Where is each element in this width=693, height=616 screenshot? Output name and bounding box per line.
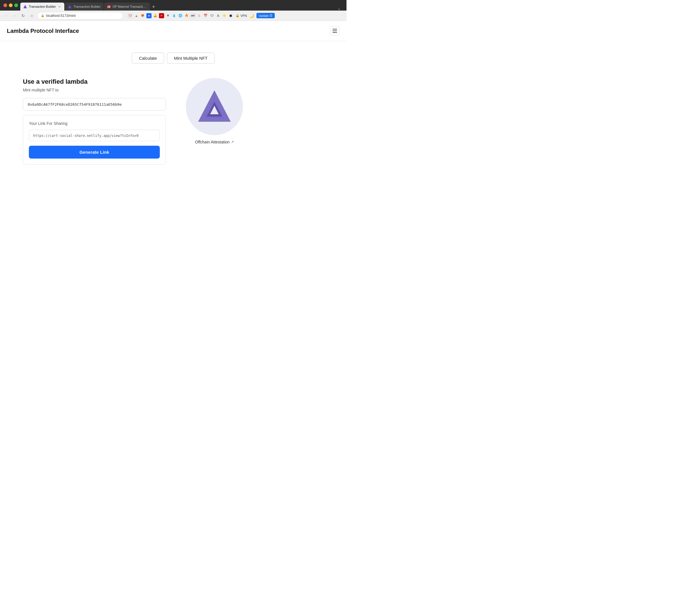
menu-button[interactable] bbox=[330, 26, 340, 36]
ext-bell[interactable]: 🔔 bbox=[153, 13, 158, 18]
generate-link-button[interactable]: Generate Link bbox=[29, 146, 160, 159]
tab-close-1[interactable]: ✕ bbox=[57, 4, 61, 8]
tab-label-3: OP Mainnet Transaction Hash (Txha… bbox=[113, 5, 147, 8]
section-title: Use a verified lambda bbox=[23, 78, 166, 85]
ext-asterisk[interactable]: ✳ bbox=[165, 13, 171, 18]
ext-fire[interactable]: 🔥 bbox=[184, 13, 189, 18]
close-traffic-light[interactable] bbox=[3, 3, 7, 7]
svg-text:OP: OP bbox=[107, 6, 111, 8]
tab-transaction-builder-2[interactable]: Transaction Builder bbox=[65, 3, 103, 11]
address-text: localhost:5173/mint bbox=[46, 14, 76, 18]
tab-favicon-1 bbox=[23, 4, 27, 8]
ext-sidebar[interactable]: ▣ bbox=[228, 13, 233, 18]
browser-chrome: Transaction Builder ✕ Transaction Builde… bbox=[0, 0, 346, 11]
lock-icon: 🔒 bbox=[41, 14, 44, 17]
content-area: Use a verified lambda Mint multiple NFT … bbox=[17, 78, 329, 165]
address-bar-row: ← → ↻ ☆ 🔒 localhost:5173/mint 🛡 ▲ 🦊 ● 🔔 … bbox=[0, 11, 346, 21]
tab-more-button[interactable]: ⌄ bbox=[335, 6, 343, 11]
ext-drop[interactable]: 💧 bbox=[172, 13, 177, 18]
attestation-text: Offchain Attestation bbox=[195, 140, 230, 144]
address-input-wrapper bbox=[23, 98, 166, 110]
ext-fox[interactable]: 🦊 bbox=[140, 13, 145, 18]
ext-s[interactable]: S bbox=[197, 13, 202, 18]
section-subtitle: Mint multiple NFT to bbox=[23, 88, 166, 92]
link-input-wrapper bbox=[29, 130, 160, 141]
lambda-triangle-graphic bbox=[196, 88, 233, 125]
tab-label-1: Transaction Builder bbox=[29, 5, 56, 8]
sharing-card-title: Your Link For Sharing bbox=[29, 121, 160, 126]
reload-button[interactable]: ↻ bbox=[20, 13, 26, 19]
ext-calendar[interactable]: 📅 bbox=[203, 13, 208, 18]
ext-br[interactable]: BR bbox=[191, 13, 196, 18]
dark-mode-icon[interactable]: 🌙 bbox=[249, 14, 254, 18]
ext-triangle[interactable]: ▲ bbox=[134, 13, 139, 18]
traffic-lights bbox=[3, 3, 18, 7]
toolbar-extensions: 🛡 ▲ 🦊 ● 🔔 P ✳ 💧 🌐 🔥 BR S 📅 🛡 Λ ⭐ ▣ bbox=[127, 13, 233, 18]
minimize-traffic-light[interactable] bbox=[9, 3, 13, 7]
bookmark-button[interactable]: ☆ bbox=[28, 13, 35, 19]
attestation-section: Offchain Attestation ↗ bbox=[183, 78, 246, 144]
address-input[interactable] bbox=[28, 102, 161, 107]
tabs-bar: Transaction Builder ✕ Transaction Builde… bbox=[20, 0, 343, 11]
vpn-label: VPN bbox=[240, 14, 247, 17]
sharing-card: Your Link For Sharing Generate Link bbox=[23, 115, 166, 165]
ext-shield[interactable]: 🛡 bbox=[127, 13, 133, 18]
vpn-icon: 🔒 bbox=[236, 14, 240, 17]
svg-marker-1 bbox=[68, 5, 72, 8]
ext-lambda[interactable]: Λ bbox=[216, 13, 221, 18]
app-header: Lambda Protocol Interface bbox=[0, 21, 346, 41]
calculate-tab[interactable]: Calculate bbox=[132, 53, 164, 64]
action-tabs: Calculate Mint Multiple NFT bbox=[17, 53, 329, 64]
vpn-button[interactable]: 🔒 VPN bbox=[236, 14, 247, 17]
update-button[interactable]: Update ☰ bbox=[256, 13, 275, 18]
menu-line-3 bbox=[333, 32, 337, 33]
tab-favicon-2 bbox=[68, 4, 72, 8]
form-section: Use a verified lambda Mint multiple NFT … bbox=[23, 78, 166, 165]
menu-line-2 bbox=[333, 30, 337, 31]
mint-multiple-nft-tab[interactable]: Mint Multiple NFT bbox=[167, 53, 215, 64]
svg-marker-0 bbox=[23, 5, 27, 8]
tab-op-mainnet[interactable]: OP OP Mainnet Transaction Hash (Txha… bbox=[104, 3, 150, 11]
ext-globe[interactable]: 🌐 bbox=[178, 13, 183, 18]
attestation-label[interactable]: Offchain Attestation ↗ bbox=[195, 140, 234, 144]
update-menu-icon: ☰ bbox=[270, 14, 273, 17]
app-title: Lambda Protocol Interface bbox=[7, 28, 79, 34]
link-input[interactable] bbox=[33, 134, 156, 138]
ext-circle-blue[interactable]: ● bbox=[146, 13, 152, 18]
new-tab-button[interactable]: + bbox=[151, 3, 157, 11]
external-link-icon: ↗ bbox=[231, 140, 234, 144]
page-body: Calculate Mint Multiple NFT Use a verifi… bbox=[0, 41, 346, 176]
tab-favicon-3: OP bbox=[107, 4, 111, 8]
back-button[interactable]: ← bbox=[3, 13, 9, 19]
forward-button[interactable]: → bbox=[12, 13, 18, 19]
tab-label-2: Transaction Builder bbox=[74, 5, 100, 8]
ext-shield2[interactable]: 🛡 bbox=[209, 13, 214, 18]
address-field[interactable]: 🔒 localhost:5173/mint bbox=[37, 12, 123, 19]
maximize-traffic-light[interactable] bbox=[14, 3, 18, 7]
tab-transaction-builder-1[interactable]: Transaction Builder ✕ bbox=[20, 3, 64, 11]
ext-star[interactable]: ⭐ bbox=[222, 13, 227, 18]
menu-line-1 bbox=[333, 29, 337, 29]
update-label: Update bbox=[259, 14, 269, 17]
ext-red-box[interactable]: P bbox=[159, 13, 164, 18]
attestation-circle bbox=[186, 78, 243, 135]
